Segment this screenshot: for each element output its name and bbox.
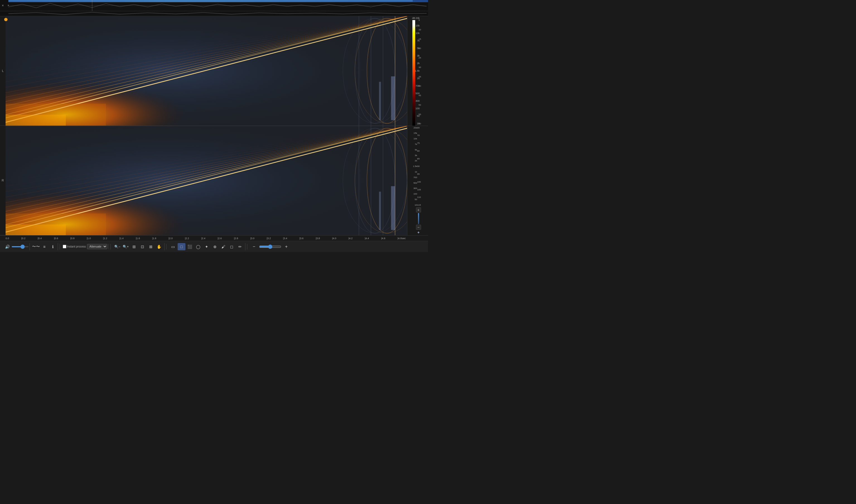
hzoom-group: − + bbox=[249, 243, 291, 250]
list-btn[interactable]: ≡ bbox=[40, 243, 48, 250]
process-dropdown[interactable]: Attenuate bbox=[87, 244, 107, 249]
instant-process-group: Instant process Attenuate bbox=[61, 244, 109, 249]
hzoom-in-button[interactable]: + bbox=[283, 243, 290, 250]
magic-wand-button[interactable]: ✦ bbox=[203, 243, 211, 250]
db-val: 85 bbox=[417, 158, 423, 160]
time-label: |2.2 bbox=[185, 237, 189, 240]
brush-button[interactable]: 🖌 bbox=[219, 243, 227, 250]
hz-label: 5k bbox=[409, 148, 417, 151]
time-label: |3.4 bbox=[283, 237, 287, 240]
db-val: 115 bbox=[417, 204, 423, 206]
hz-label: 2k bbox=[411, 62, 420, 65]
svg-rect-60 bbox=[391, 186, 395, 230]
time-label: |1.4 bbox=[119, 237, 124, 240]
instant-process-checkbox[interactable] bbox=[63, 245, 66, 248]
hz-label: 10k bbox=[409, 138, 417, 140]
channel-L: L bbox=[0, 16, 5, 126]
svg-rect-63 bbox=[5, 224, 66, 235]
spectrogram-container[interactable] bbox=[5, 16, 407, 235]
sep-4 bbox=[247, 244, 247, 250]
zoom-controls-right: + − ✦ bbox=[409, 207, 428, 235]
db-val: 90 bbox=[417, 165, 423, 167]
time-label: |4.4 bbox=[365, 237, 369, 240]
instant-process-label: Instant process bbox=[67, 245, 86, 248]
time-label: |0.8 bbox=[70, 237, 74, 240]
time-label: |4.8 bbox=[398, 237, 402, 240]
db-val: 95 bbox=[417, 173, 423, 175]
main-content: L R bbox=[0, 16, 428, 235]
info-btn[interactable]: ℹ bbox=[49, 243, 57, 250]
hz-label: 700 bbox=[409, 176, 417, 179]
time-label: |0.4 bbox=[38, 237, 42, 240]
spectrogram-L-svg bbox=[5, 16, 407, 126]
pan-button[interactable]: ✋ bbox=[155, 243, 163, 250]
hz-label: 10k bbox=[411, 32, 420, 35]
speaker-button[interactable]: 🔊 bbox=[3, 243, 11, 250]
db-val: 75 bbox=[417, 142, 423, 144]
hz-label: 5k bbox=[411, 47, 420, 50]
selection-tools-group: ▭ □ ⬛ ◯ ✦ ⊗ 🖌 ◻ ✏ bbox=[168, 243, 245, 250]
square-select-button[interactable]: □ bbox=[178, 243, 185, 250]
hz-label: 15k bbox=[411, 24, 420, 27]
channel-R: R bbox=[0, 126, 5, 235]
hz-label: 700 bbox=[411, 85, 420, 87]
time-label: |1.0 bbox=[87, 237, 91, 240]
zoom-out-freq-button[interactable]: − bbox=[416, 225, 421, 230]
time-label: |3.0 bbox=[250, 237, 254, 240]
hz-label: 50 bbox=[409, 198, 417, 201]
rectangle-select-button[interactable]: ▭ bbox=[169, 243, 177, 250]
svg-rect-31 bbox=[379, 82, 381, 120]
volume-slider[interactable] bbox=[12, 246, 29, 247]
waveform-btn[interactable]: 〜〜 bbox=[32, 243, 40, 250]
zoom-selection-button[interactable]: ⊠ bbox=[147, 243, 155, 250]
time-label: |2.0 bbox=[168, 237, 173, 240]
zoom-in-button[interactable]: 🔍+ bbox=[122, 243, 130, 250]
playhead-marker[interactable] bbox=[4, 18, 7, 21]
zoom-time-button[interactable]: ⊞ bbox=[130, 243, 138, 250]
scale-panel-L: 20k 15k 10k 7k 5k 3k 2k 1.5k 1k 700 500 … bbox=[407, 16, 428, 126]
db-val: 80 bbox=[417, 150, 423, 152]
zoom-fit-button[interactable]: ⊡ bbox=[139, 243, 146, 250]
paint-select-button[interactable]: ⬛ bbox=[186, 243, 194, 250]
time-label: |1.8 bbox=[152, 237, 156, 240]
hz-label: 7k bbox=[411, 39, 420, 42]
hzoom-out-button[interactable]: − bbox=[250, 243, 258, 250]
hz-labels-L: 20k 15k 10k 7k 5k 3k 2k 1.5k 1k 700 500 … bbox=[411, 16, 420, 126]
hz-label: 300 bbox=[411, 100, 420, 102]
hz-label: 20k bbox=[411, 17, 420, 19]
time-label: |2.4 bbox=[201, 237, 206, 240]
waveform-bar: × × bbox=[0, 0, 428, 11]
hz-labels-R: 20k 15k 10k 7k 5k 3k 2k 1.5k 1k 700 500 … bbox=[409, 126, 417, 207]
zoom-out-button[interactable]: 🔍− bbox=[113, 243, 121, 250]
time-label: |4.2 bbox=[349, 237, 353, 240]
time-label: |2.6 bbox=[217, 237, 222, 240]
db-val: 70 bbox=[417, 134, 423, 137]
spectrogram-R[interactable] bbox=[5, 126, 407, 236]
grab-select-button[interactable]: ⊗ bbox=[211, 243, 219, 250]
pencil-button[interactable]: ✏ bbox=[236, 243, 244, 250]
hz-label: 10 bbox=[411, 122, 420, 125]
toolbar: 🔊 〜〜 ≡ ℹ Instant process Attenuate 🔍− 🔍+… bbox=[0, 241, 428, 252]
time-label: |4.0 bbox=[332, 237, 336, 240]
h-zoom-slider[interactable] bbox=[259, 245, 281, 249]
db-val: 65 bbox=[417, 127, 423, 129]
asterisk-icon[interactable]: ✦ bbox=[417, 230, 420, 235]
display-group: 〜〜 ≡ ℹ bbox=[31, 243, 58, 250]
zoom-in-freq-button[interactable]: + bbox=[416, 208, 421, 212]
channel-labels: L R bbox=[0, 16, 5, 235]
db-val: 100 bbox=[417, 181, 423, 183]
lasso-select-button[interactable]: ◯ bbox=[194, 243, 202, 250]
close-icon: × bbox=[2, 4, 4, 7]
close-button[interactable]: × bbox=[0, 3, 5, 8]
spectrogram-L[interactable] bbox=[5, 16, 407, 126]
hz-label: 100 bbox=[409, 193, 417, 195]
waveform-overview[interactable] bbox=[8, 0, 428, 11]
hz-label: 300 bbox=[409, 187, 417, 190]
close-button-2[interactable]: × bbox=[5, 3, 11, 8]
hz-label: 3k bbox=[409, 154, 417, 157]
svg-rect-33 bbox=[5, 114, 66, 125]
eraser-button[interactable]: ◻ bbox=[228, 243, 236, 250]
db-labels-R: 65 70 75 80 85 90 95 100 105 110 115 bbox=[417, 126, 423, 207]
svg-rect-1 bbox=[8, 0, 413, 2]
time-label: 0.0 bbox=[5, 237, 9, 240]
